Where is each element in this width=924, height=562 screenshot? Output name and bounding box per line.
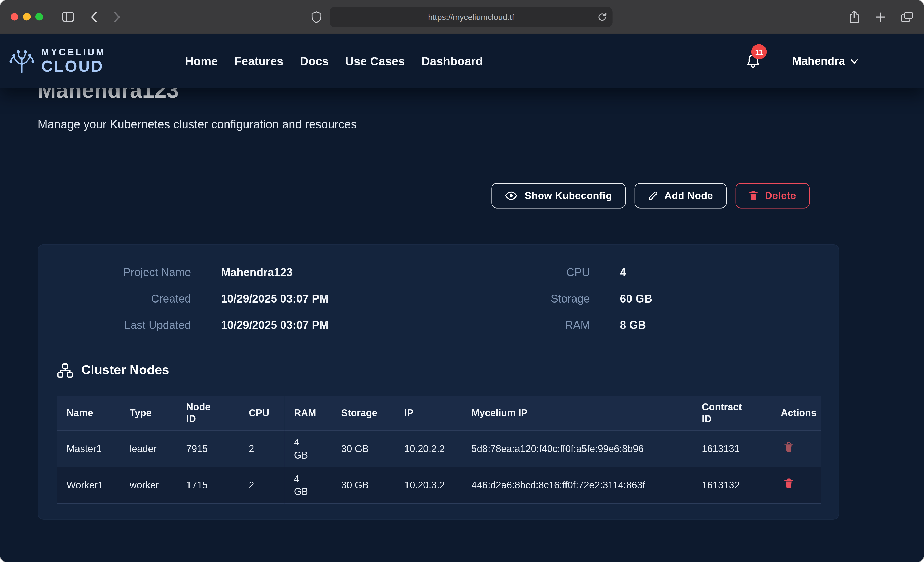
page-content: MYCELIUM CLOUD Home Features Docs Use Ca… xyxy=(0,34,924,562)
summary-label: Project Name xyxy=(57,266,191,279)
close-window-button[interactable] xyxy=(10,13,18,21)
summary-label: CPU xyxy=(434,266,590,279)
summary-value: 8 GB xyxy=(620,319,652,332)
cell-actions xyxy=(771,430,821,467)
cell-ip: 10.20.3.2 xyxy=(395,467,462,503)
logo-bottom-label: CLOUD xyxy=(41,59,106,75)
nav-item-dashboard[interactable]: Dashboard xyxy=(422,55,483,68)
cell-ram: 4 GB xyxy=(285,430,332,467)
address-bar[interactable]: https://myceliumcloud.tf xyxy=(330,7,613,27)
minimize-window-button[interactable] xyxy=(23,13,31,21)
cluster-detail-main: Mahendra123 Manage your Kubernetes clust… xyxy=(0,34,924,520)
cell-name: Master1 xyxy=(57,430,120,467)
col-header-type: Type xyxy=(120,396,177,430)
nav-item-home[interactable]: Home xyxy=(185,55,218,68)
main-nav: Home Features Docs Use Cases Dashboard xyxy=(185,55,483,68)
cell-node-id: 7915 xyxy=(177,430,239,467)
cell-node-id: 1715 xyxy=(177,467,239,503)
summary-label: Last Updated xyxy=(57,319,191,332)
table-header-row: Name Type Node ID CPU RAM Storage IP Myc… xyxy=(57,396,821,430)
zoom-window-button[interactable] xyxy=(35,13,43,21)
notifications-button[interactable]: 11 xyxy=(746,54,760,69)
cell-storage: 30 GB xyxy=(332,467,395,503)
new-tab-icon[interactable] xyxy=(875,12,885,22)
window-controls xyxy=(10,13,43,21)
chevron-down-icon xyxy=(850,59,858,64)
browser-window: https://myceliumcloud.tf xyxy=(0,0,924,562)
eye-icon xyxy=(505,191,518,200)
summary-label: Storage xyxy=(434,292,590,305)
notification-badge: 11 xyxy=(752,44,767,60)
delete-label: Delete xyxy=(765,190,796,202)
nav-item-docs[interactable]: Docs xyxy=(300,55,328,68)
summary-value: Mahendra123 xyxy=(221,266,434,279)
summary-value: 60 GB xyxy=(620,292,652,305)
cell-type: worker xyxy=(120,467,177,503)
summary-label: Created xyxy=(57,292,191,305)
nav-item-features[interactable]: Features xyxy=(234,55,284,68)
user-name-label: Mahendra xyxy=(792,55,845,68)
show-kubeconfig-button[interactable]: Show Kubeconfig xyxy=(492,183,626,209)
summary-left-column: Project Name Mahendra123 Created 10/29/2… xyxy=(57,259,434,338)
tab-overview-icon[interactable] xyxy=(901,11,913,22)
summary-label: RAM xyxy=(434,319,590,332)
show-kubeconfig-label: Show Kubeconfig xyxy=(525,190,612,202)
add-node-button[interactable]: Add Node xyxy=(634,183,727,209)
col-header-actions: Actions xyxy=(771,396,821,430)
forward-button[interactable] xyxy=(114,12,120,22)
cluster-actions: Show Kubeconfig Add Node Delete xyxy=(0,183,810,209)
col-header-ram: RAM xyxy=(285,396,332,430)
col-header-node-id: Node ID xyxy=(177,396,239,430)
nodes-table: Name Type Node ID CPU RAM Storage IP Myc… xyxy=(57,396,821,503)
pencil-icon xyxy=(648,191,657,200)
back-button[interactable] xyxy=(91,12,97,22)
trash-icon xyxy=(749,191,758,200)
add-node-label: Add Node xyxy=(664,190,713,202)
col-header-cpu: CPU xyxy=(239,396,285,430)
cell-actions xyxy=(771,467,821,503)
reload-icon[interactable] xyxy=(598,12,606,21)
delete-cluster-button[interactable]: Delete xyxy=(735,183,810,209)
cell-mycelium-ip: 5d8:78ea:a120:f40c:ff0f:a5fe:99e6:8b96 xyxy=(462,430,692,467)
summary-right-column: CPU 4 Storage 60 GB RAM 8 GB xyxy=(434,259,652,338)
toolbar-right-group xyxy=(849,10,914,24)
cell-cpu: 2 xyxy=(239,467,285,503)
logo[interactable]: MYCELIUM CLOUD xyxy=(8,48,185,75)
col-header-name: Name xyxy=(57,396,120,430)
cell-type: leader xyxy=(120,430,177,467)
mycelium-logo-icon xyxy=(8,49,35,74)
table-row: Worker1 worker 1715 2 4 GB 30 GB 10.20.3… xyxy=(57,467,821,503)
url-text: https://myceliumcloud.tf xyxy=(428,12,514,21)
logo-top-label: MYCELIUM xyxy=(41,48,106,57)
delete-node-button[interactable] xyxy=(784,478,793,489)
col-header-storage: Storage xyxy=(332,396,395,430)
col-header-mycelium-ip: Mycelium IP xyxy=(462,396,692,430)
toolbar-nav-group xyxy=(62,12,120,22)
hierarchy-icon xyxy=(57,363,73,378)
site-header: MYCELIUM CLOUD Home Features Docs Use Ca… xyxy=(0,34,924,88)
delete-node-button[interactable] xyxy=(784,442,793,452)
cluster-info-card: Project Name Mahendra123 Created 10/29/2… xyxy=(38,244,839,520)
cell-name: Worker1 xyxy=(57,467,120,503)
cell-ram: 4 GB xyxy=(285,467,332,503)
address-bar-group: https://myceliumcloud.tf xyxy=(311,0,612,34)
sidebar-toggle-icon[interactable] xyxy=(62,12,74,22)
page-subtitle: Manage your Kubernetes cluster configura… xyxy=(38,117,924,132)
cell-contract-id: 1613131 xyxy=(692,430,771,467)
cell-contract-id: 1613132 xyxy=(692,467,771,503)
share-icon[interactable] xyxy=(849,10,860,24)
summary-value: 10/29/2025 03:07 PM xyxy=(221,292,434,305)
cell-mycelium-ip: 446:d2a6:8bcd:8c16:ff0f:72e2:3114:863f xyxy=(462,467,692,503)
browser-toolbar: https://myceliumcloud.tf xyxy=(0,0,924,34)
col-header-ip: IP xyxy=(395,396,462,430)
summary-value: 4 xyxy=(620,266,652,279)
user-menu[interactable]: Mahendra xyxy=(792,55,858,68)
col-header-contract-id: Contract ID xyxy=(692,396,771,430)
nav-item-use-cases[interactable]: Use Cases xyxy=(345,55,405,68)
summary-value: 10/29/2025 03:07 PM xyxy=(221,319,434,332)
privacy-shield-icon[interactable] xyxy=(311,11,321,23)
cluster-nodes-heading: Cluster Nodes xyxy=(57,362,820,378)
table-row: Master1 leader 7915 2 4 GB 30 GB 10.20.2… xyxy=(57,430,821,467)
cell-ip: 10.20.2.2 xyxy=(395,430,462,467)
cell-storage: 30 GB xyxy=(332,430,395,467)
